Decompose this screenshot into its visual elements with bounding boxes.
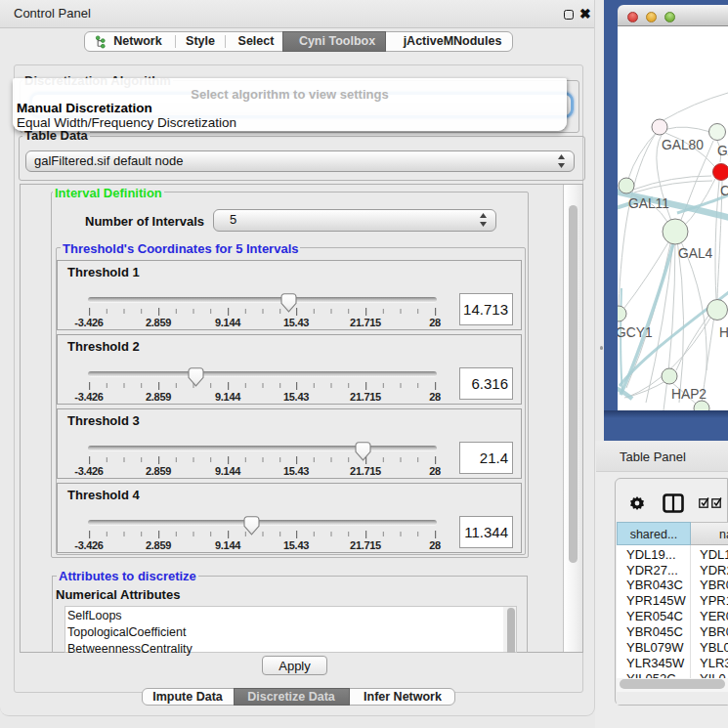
svg-text:H: H xyxy=(719,325,728,340)
svg-text:GA: GA xyxy=(717,144,728,158)
svg-text:GAL80: GAL80 xyxy=(662,138,704,152)
svg-text:GAL11: GAL11 xyxy=(628,196,669,211)
svg-text:C: C xyxy=(720,184,728,198)
svg-text:GCY1: GCY1 xyxy=(618,325,653,340)
svg-text:HAP2: HAP2 xyxy=(671,387,707,402)
svg-text:GAL4: GAL4 xyxy=(678,246,713,261)
